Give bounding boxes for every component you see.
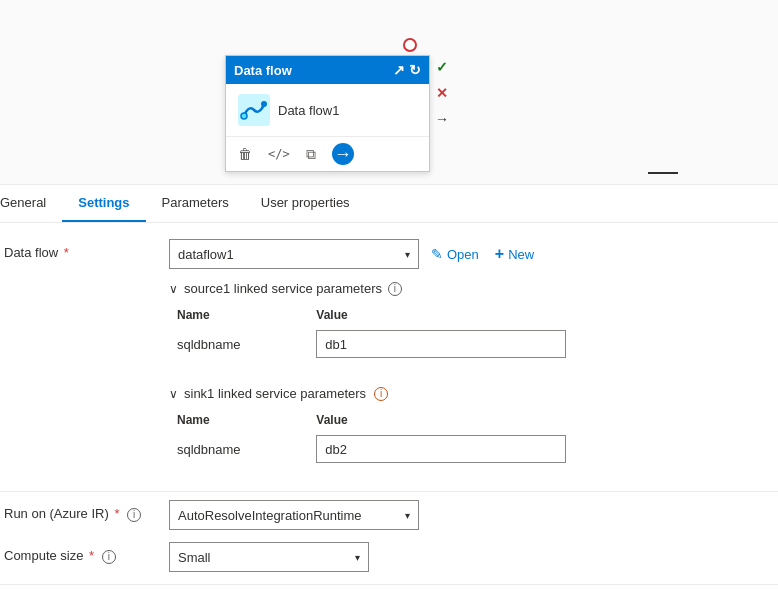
sink1-header: ∨ sink1 linked service parameters i	[169, 386, 774, 401]
sink1-label-spacer	[4, 386, 169, 479]
source1-param-input-0[interactable]	[316, 330, 566, 358]
delete-icon[interactable]: 🗑	[238, 146, 252, 162]
refresh-icon[interactable]: ↻	[409, 62, 421, 78]
compute-size-row: Compute size * i Small ▾	[0, 542, 778, 572]
dataflow-dropdown[interactable]: dataflow1 ▾	[169, 239, 419, 269]
compute-size-info-icon[interactable]: i	[102, 550, 116, 564]
run-on-row: Run on (Azure IR) * i AutoResolveIntegra…	[0, 500, 778, 530]
source1-label-spacer	[4, 281, 169, 374]
properties-panel: Data flow * dataflow1 ▾ ✎ Open + New ∨ s…	[0, 223, 778, 598]
activity-card-title: Data flow	[234, 63, 292, 78]
sink1-param-value-cell-0	[308, 431, 774, 467]
source1-param-value-cell-0	[308, 326, 774, 362]
dataflow-label: Data flow *	[4, 239, 169, 260]
open-button[interactable]: ✎ Open	[427, 242, 483, 266]
copy-icon[interactable]: ⧉	[306, 146, 316, 163]
side-arrow-icon[interactable]: →	[430, 107, 454, 131]
tab-general[interactable]: General	[0, 185, 62, 222]
dataflow-control-area: dataflow1 ▾ ✎ Open + New	[169, 239, 774, 269]
sink1-param-name-0: sqldbname	[169, 431, 308, 467]
side-check-icon[interactable]: ✓	[430, 55, 454, 79]
sink1-info-icon[interactable]: i	[374, 387, 388, 401]
canvas-area: Data flow ↗ ↻ Data flow1 🗑 </> ⧉ →	[0, 0, 778, 185]
run-on-info-icon[interactable]: i	[127, 508, 141, 522]
activity-card: Data flow ↗ ↻ Data flow1 🗑 </> ⧉ →	[225, 55, 430, 172]
run-on-label: Run on (Azure IR) * i	[4, 500, 169, 522]
source1-section: ∨ source1 linked service parameters i Na…	[0, 281, 778, 374]
side-close-icon[interactable]: ✕	[430, 81, 454, 105]
sink1-collapse-arrow[interactable]: ∨	[169, 387, 178, 401]
sink1-col-name: Name	[169, 409, 308, 431]
compute-size-required: *	[89, 548, 94, 563]
tabs-bar: General Settings Parameters User propert…	[0, 185, 778, 223]
compute-size-control-area: Small ▾	[169, 542, 774, 572]
required-marker: *	[60, 245, 69, 260]
sink1-params: ∨ sink1 linked service parameters i Name…	[169, 386, 774, 467]
source1-header: ∨ source1 linked service parameters i	[169, 281, 774, 296]
card-side-icons: ✓ ✕ →	[430, 55, 454, 131]
new-button[interactable]: + New	[491, 241, 538, 267]
code-icon[interactable]: </>	[268, 147, 290, 161]
red-circle-indicator	[403, 38, 417, 52]
svg-point-2	[241, 113, 247, 119]
run-on-control-area: AutoResolveIntegrationRuntime ▾	[169, 500, 774, 530]
activity-card-header: Data flow ↗ ↻	[226, 56, 429, 84]
canvas-line	[648, 172, 678, 174]
svg-point-1	[261, 101, 267, 107]
sink1-table: Name Value sqldbname	[169, 409, 774, 467]
source1-info-icon[interactable]: i	[388, 282, 402, 296]
separator-1	[0, 491, 778, 492]
source1-row-0: sqldbname	[169, 326, 774, 362]
sink1-param-input-0[interactable]	[316, 435, 566, 463]
source1-collapse-arrow[interactable]: ∨	[169, 282, 178, 296]
source1-col-value: Value	[308, 304, 774, 326]
pencil-icon: ✎	[431, 246, 443, 262]
dataflow-svg-icon	[238, 94, 270, 126]
tab-settings[interactable]: Settings	[62, 185, 145, 222]
source1-param-name-0: sqldbname	[169, 326, 308, 362]
source1-table: Name Value sqldbname	[169, 304, 774, 362]
source1-params: ∨ source1 linked service parameters i Na…	[169, 281, 774, 362]
sink1-section: ∨ sink1 linked service parameters i Name…	[0, 386, 778, 479]
navigate-icon[interactable]: →	[332, 143, 354, 165]
external-link-icon[interactable]: ↗	[393, 62, 405, 78]
chevron-down-icon: ▾	[405, 249, 410, 260]
plus-icon: +	[495, 245, 504, 263]
run-on-chevron-icon: ▾	[405, 510, 410, 521]
run-on-dropdown[interactable]: AutoResolveIntegrationRuntime ▾	[169, 500, 419, 530]
activity-card-header-icons: ↗ ↻	[393, 62, 421, 78]
compute-size-chevron-icon: ▾	[355, 552, 360, 563]
compute-size-label: Compute size * i	[4, 542, 169, 564]
sink1-row-0: sqldbname	[169, 431, 774, 467]
source1-col-name: Name	[169, 304, 308, 326]
tab-parameters[interactable]: Parameters	[146, 185, 245, 222]
activity-card-name: Data flow1	[278, 103, 339, 118]
tab-user-properties[interactable]: User properties	[245, 185, 366, 222]
run-on-required: *	[114, 506, 119, 521]
dataflow-row: Data flow * dataflow1 ▾ ✎ Open + New	[0, 239, 778, 269]
compute-size-dropdown[interactable]: Small ▾	[169, 542, 369, 572]
activity-card-footer: 🗑 </> ⧉ →	[226, 136, 429, 171]
sink1-col-value: Value	[308, 409, 774, 431]
advanced-row[interactable]: › Advanced	[0, 589, 778, 598]
separator-2	[0, 584, 778, 585]
activity-card-body: Data flow1	[226, 84, 429, 136]
